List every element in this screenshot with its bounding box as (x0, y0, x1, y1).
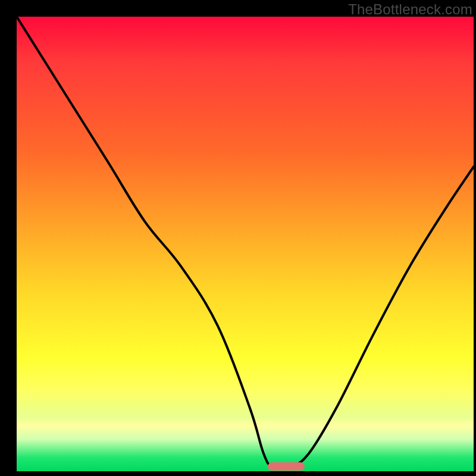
chart-container: TheBottleneck.com (0, 0, 476, 476)
bottleneck-curve (17, 17, 474, 471)
curve-path (17, 17, 474, 468)
minimum-marker (268, 462, 304, 471)
watermark-label: TheBottleneck.com (348, 1, 472, 18)
plot-area (17, 17, 474, 471)
